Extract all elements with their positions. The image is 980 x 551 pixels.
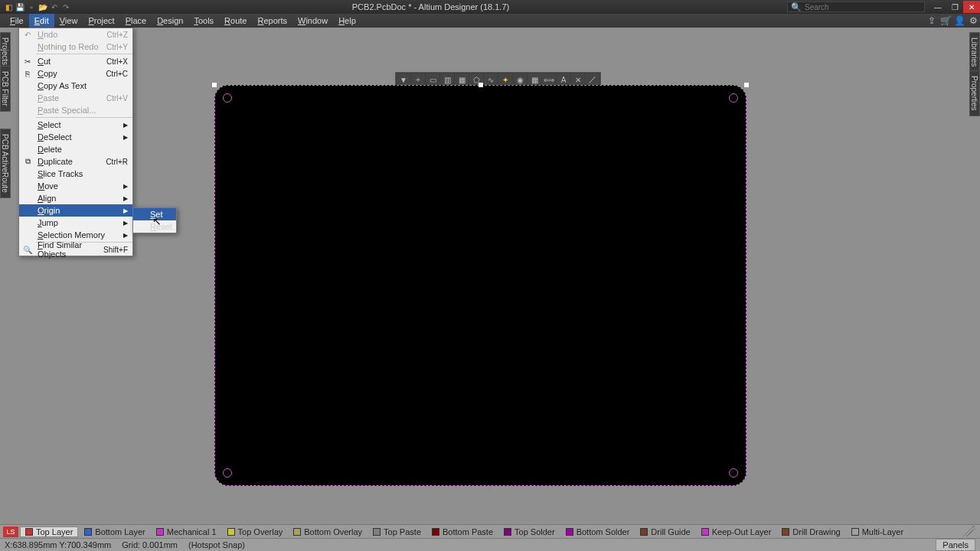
title-bar: ◧ 💾 ▫ 📂 ↶ ↷ PCB2.PcbDoc * - Altium Desig… [0,0,980,14]
save-icon[interactable]: 💾 [15,2,25,12]
layer-color-swatch [227,528,235,536]
menu-item-nothing-to-redo: Nothing to RedoCtrl+Y [19,41,132,53]
redo-icon[interactable]: ↷ [60,2,71,12]
menu-help[interactable]: Help [333,14,361,28]
toolbar-trace-icon[interactable]: ∿ [484,73,498,86]
toolbar-flash-icon[interactable]: ✦ [498,73,512,86]
submenu-arrow-icon: ▶ [123,122,132,129]
menu-edit[interactable]: Edit [29,14,54,28]
cut-icon: ✂ [19,57,36,66]
side-tab-projects[interactable]: Projects [0,32,11,70]
buy-icon[interactable]: 🛒 [939,14,952,28]
menu-item-copy-as-text[interactable]: Copy As Text [19,80,132,92]
layer-tab-bottom-paste[interactable]: Bottom Paste [427,527,498,537]
search-box[interactable]: 🔍 [787,2,925,12]
menu-project[interactable]: Project [83,14,119,28]
menu-item-jump[interactable]: Jump▶ [19,217,132,229]
resize-handle[interactable] [744,83,749,87]
layer-color-swatch [504,528,511,536]
resize-handle[interactable] [212,83,217,87]
mounting-hole [223,93,232,103]
menu-item-copy[interactable]: ⎘CopyCtrl+C [19,67,132,80]
status-snap: (Hotspot Snap) [188,540,245,549]
layer-tab-bottom-solder[interactable]: Bottom Solder [561,527,635,537]
toolbar-line-icon[interactable]: ／ [586,73,599,86]
close-button[interactable]: ✕ [963,1,980,13]
menu-item-selection-memory[interactable]: Selection Memory▶ [19,229,132,241]
layer-tab-top-layer[interactable]: Top Layer [20,527,78,537]
toolbar-pad-icon[interactable]: ◉ [513,73,527,86]
layer-tab-drill-guide[interactable]: Drill Guide [635,527,694,537]
submenu-arrow-icon: ▶ [123,232,132,239]
menu-file[interactable]: File [5,14,29,28]
submenu-item-set[interactable]: Set [133,208,176,220]
search-icon: 🔍 [791,2,802,12]
edit-menu-dropdown: ↶UndoCtrl+ZNothing to RedoCtrl+Y✂CutCtrl… [18,28,133,256]
menu-item-duplicate[interactable]: ⧉DuplicateCtrl+R [19,155,132,168]
toolbar-plus-icon[interactable]: ＋ [411,73,425,86]
layer-tab-top-overlay[interactable]: Top Overlay [223,527,288,537]
search-input[interactable] [805,3,912,11]
app-icon: ◧ [3,2,14,12]
toolbar-grid-icon[interactable]: ▦ [528,73,541,86]
panels-button[interactable]: Panels [936,539,975,551]
menu-tools[interactable]: Tools [188,14,219,28]
menu-place[interactable]: Place [120,14,152,28]
menu-view[interactable]: View [54,14,83,28]
menu-item-align[interactable]: Align▶ [19,192,132,204]
layer-tab-multi-layer[interactable]: Multi-Layer [847,527,908,537]
layer-color-swatch [373,528,381,536]
layer-tab-bottom-layer[interactable]: Bottom Layer [80,527,149,537]
menu-item-slice-tracks[interactable]: Slice Tracks [19,168,132,180]
toolbar-bar-icon[interactable]: ▥ [440,73,454,86]
layer-set-button[interactable]: LS [3,527,18,537]
menu-item-delete[interactable]: Delete [19,143,132,155]
toolbar-rect-icon[interactable]: ▭ [426,73,439,86]
toolbar-filter-icon[interactable]: ▼ [397,73,410,86]
maximize-button[interactable]: ❐ [946,1,963,13]
layer-tab-mechanical-[interactable]: Mechanical 1 [152,527,221,537]
menu-reports[interactable]: Reports [252,14,292,28]
settings-icon[interactable]: ⚙ [966,14,980,28]
layer-color-swatch [782,528,789,536]
user-icon[interactable]: 👤 [952,14,966,28]
layer-tab-top-solder[interactable]: Top Solder [499,527,560,537]
layer-tab-bottom-overlay[interactable]: Bottom Overlay [289,527,367,537]
side-tab-activeroute[interactable]: PCB ActiveRoute [0,129,11,198]
side-tab-libraries[interactable]: Libraries [969,32,980,72]
menu-item-move[interactable]: Move▶ [19,180,132,192]
menu-item-origin[interactable]: Origin▶ [19,204,132,217]
menu-item-find-similar-objects[interactable]: 🔍Find Similar ObjectsShift+F [19,243,132,256]
layer-tab-drill-drawing[interactable]: Drill Drawing [777,527,844,537]
minimize-button[interactable]: — [929,1,946,13]
layer-tab-keep-out-layer[interactable]: Keep-Out Layer [697,527,776,537]
layer-color-swatch [293,528,301,536]
menu-bar: FileEditViewProjectPlaceDesignToolsRoute… [0,14,980,28]
toolbar-dim-icon[interactable]: ⟺ [542,73,556,86]
menu-design[interactable]: Design [152,14,188,28]
mounting-hole [729,93,738,103]
side-tab-properties[interactable]: Properties [969,70,980,116]
menu-window[interactable]: Window [292,14,333,28]
menu-route[interactable]: Route [219,14,252,28]
layer-tab-top-paste[interactable]: Top Paste [368,527,426,537]
share-icon[interactable]: ⇪ [925,14,939,28]
menu-item-deselect[interactable]: DeSelect▶ [19,131,132,143]
new-icon[interactable]: ▫ [26,2,37,12]
copy-icon: ⎘ [19,70,36,78]
mounting-hole [223,468,232,478]
menu-item-cut[interactable]: ✂CutCtrl+X [19,55,132,67]
undo-icon[interactable]: ↶ [49,2,60,12]
submenu-arrow-icon: ▶ [123,134,132,141]
menu-item-paste-special-: Paste Special... [19,104,132,116]
open-icon[interactable]: 📂 [38,2,48,12]
toolbar-xout-icon[interactable]: ✕ [571,73,585,86]
side-tab-pcb-filter[interactable]: PCB Filter [0,66,11,112]
resize-handle[interactable] [479,83,483,87]
toolbar-text-icon[interactable]: A [557,73,570,86]
menu-item-select[interactable]: Select▶ [19,119,132,131]
pcb-board-outline[interactable] [214,85,746,486]
window-title: PCB2.PcbDoc * - Altium Designer (18.1.7) [74,2,787,11]
toolbar-fill-icon[interactable]: ▦ [455,73,469,86]
submenu-item-reset[interactable]: Reset [133,220,176,233]
